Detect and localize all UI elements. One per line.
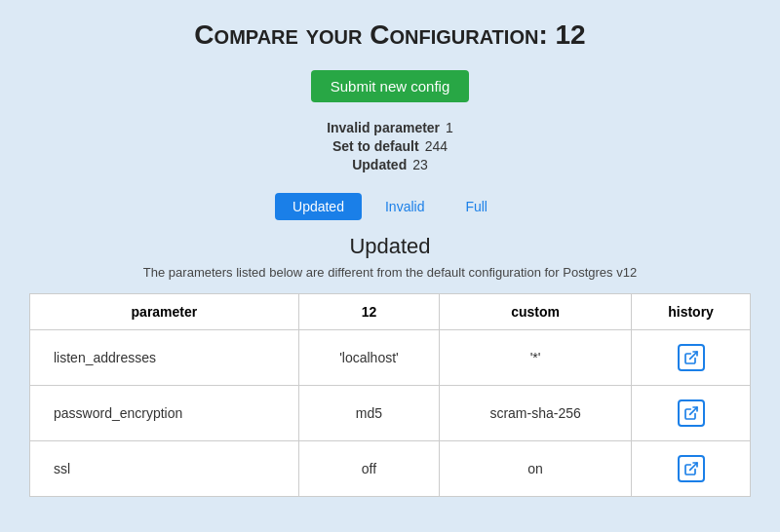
table-header-row: parameter 12 custom history [30, 294, 751, 330]
column-header-custom: custom [440, 294, 632, 330]
cell-v12-1: md5 [298, 386, 439, 441]
set-to-default-label: Set to default [332, 138, 419, 154]
svg-line-0 [689, 352, 696, 359]
submit-new-config-button[interactable]: Submit new config [311, 70, 470, 102]
cell-parameter-0: listen_addresses [30, 330, 299, 386]
column-header-v12: 12 [298, 294, 439, 330]
history-icon-2[interactable] [678, 455, 705, 482]
section-title: Updated [349, 234, 430, 259]
cell-history-1[interactable] [632, 386, 751, 441]
summary-section: Invalid parameter 1 Set to default 244 U… [327, 120, 453, 175]
column-header-parameter: parameter [30, 294, 299, 330]
table-row: listen_addresses 'localhost' '*' [30, 330, 751, 386]
section-description: The parameters listed below are differen… [143, 265, 637, 280]
updated-row: Updated 23 [327, 157, 453, 172]
cell-v12-2: off [298, 441, 439, 497]
cell-custom-0: '*' [440, 330, 632, 386]
history-icon-0[interactable] [678, 344, 705, 371]
updated-value: 23 [412, 157, 428, 172]
invalid-parameter-row: Invalid parameter 1 [327, 120, 453, 135]
svg-line-1 [689, 407, 696, 414]
history-icon-1[interactable] [678, 399, 705, 427]
table-row: ssl off on [30, 441, 751, 497]
set-to-default-value: 244 [425, 138, 448, 154]
tab-invalid[interactable]: Invalid [368, 193, 442, 220]
tab-updated[interactable]: Updated [275, 193, 362, 220]
set-to-default-row: Set to default 244 [327, 138, 453, 154]
cell-custom-2: on [440, 441, 632, 497]
config-table: parameter 12 custom history listen_addre… [29, 293, 751, 497]
svg-line-2 [689, 463, 696, 470]
cell-history-0[interactable] [632, 330, 751, 386]
tab-full[interactable]: Full [448, 193, 505, 220]
cell-history-2[interactable] [632, 441, 751, 497]
cell-parameter-2: ssl [30, 441, 299, 497]
invalid-parameter-value: 1 [446, 120, 453, 135]
column-header-history: history [632, 294, 751, 330]
cell-parameter-1: password_encryption [30, 386, 299, 441]
table-row: password_encryption md5 scram-sha-256 [30, 386, 751, 441]
updated-label: Updated [352, 157, 407, 172]
tabs-container: Updated Invalid Full [275, 193, 505, 220]
page-title: Compare your Configuration: 12 [194, 19, 585, 51]
cell-custom-1: scram-sha-256 [440, 386, 632, 441]
cell-v12-0: 'localhost' [298, 330, 439, 386]
invalid-parameter-label: Invalid parameter [327, 120, 440, 135]
